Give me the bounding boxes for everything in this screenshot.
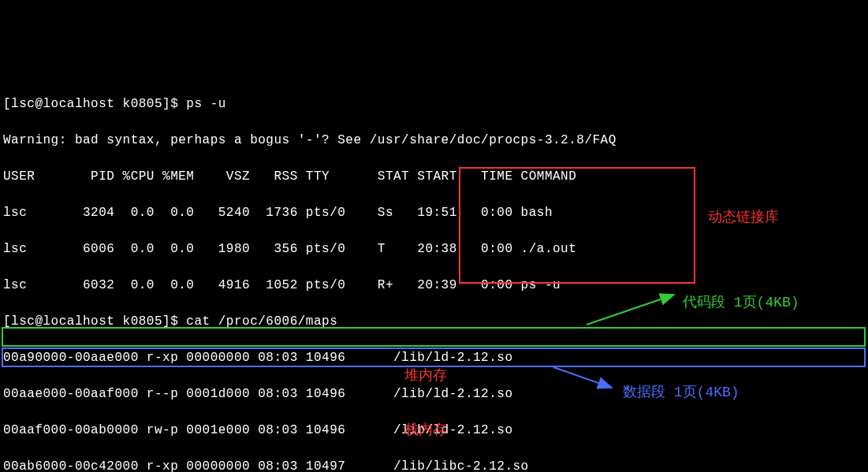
warning-line: Warning: bad syntax, perhaps a bogus '-'… [3,132,865,150]
ps-row: lsc 6032 0.0 0.0 4916 1052 pts/0 R+ 20:3… [3,277,865,295]
terminal-output: [lsc@localhost k0805]$ ps -u Warning: ba… [0,72,868,472]
code-seg-label: 代码段 1页(4KB) [683,294,799,312]
dyn-lib-label: 动态链接库 [708,209,779,227]
data-seg-label: 数据段 1页(4KB) [623,384,739,402]
prompt-line: [lsc@localhost k0805]$ cat /proc/6006/ma… [3,313,865,331]
ps-header: USER PID %CPU %MEM VSZ RSS TTY STAT STAR… [3,168,865,186]
stack-label: 栈内存 [404,422,447,440]
maps-row: 00a90000-00aae000 r-xp 00000000 08:03 10… [3,349,865,367]
ps-row: lsc 6006 0.0 0.0 1980 356 pts/0 T 20:38 … [3,240,865,258]
prompt-line: [lsc@localhost k0805]$ ps -u [3,95,865,113]
heap-label: 堆内存 [404,367,447,385]
maps-row: 00ab6000-00c42000 r-xp 00000000 08:03 10… [3,458,865,472]
